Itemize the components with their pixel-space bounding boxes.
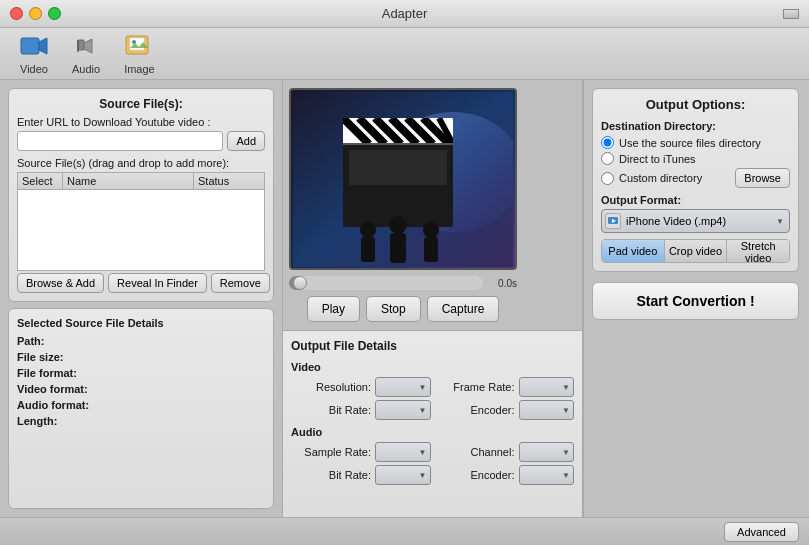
minimize-button[interactable] bbox=[29, 7, 42, 20]
audio-bitrate-select-wrapper[interactable] bbox=[375, 465, 431, 485]
capture-button[interactable]: Capture bbox=[427, 296, 500, 322]
svg-point-24 bbox=[389, 216, 407, 234]
samplerate-select-wrapper[interactable] bbox=[375, 442, 431, 462]
output-file-details: Output File Details Video Resolution: Fr… bbox=[283, 330, 582, 517]
col-name: Name bbox=[63, 173, 194, 189]
col-select: Select bbox=[18, 173, 63, 189]
video-icon bbox=[20, 32, 48, 60]
svg-rect-27 bbox=[424, 237, 438, 262]
videoformat-label: Video format: bbox=[17, 383, 88, 395]
app-title: Adapter bbox=[382, 6, 428, 21]
radio-source: Use the source files directory bbox=[601, 136, 790, 149]
time-label: 0.0s bbox=[487, 278, 517, 289]
crop-video-button[interactable]: Crop video bbox=[665, 240, 728, 262]
radio-itunes-input[interactable] bbox=[601, 152, 614, 165]
radio-itunes: Direct to iTunes bbox=[601, 152, 790, 165]
audio-bitrate-select[interactable] bbox=[375, 465, 431, 485]
audioformat-label: Audio format: bbox=[17, 399, 89, 411]
svg-point-26 bbox=[423, 222, 439, 238]
url-label: Enter URL to Download Youtube video : bbox=[17, 116, 265, 128]
video-encoder-select[interactable] bbox=[519, 400, 575, 420]
channel-select[interactable] bbox=[519, 442, 575, 462]
channel-label: Channel: bbox=[435, 446, 515, 458]
audio-encoder-select-wrapper[interactable] bbox=[519, 465, 575, 485]
url-input[interactable] bbox=[17, 131, 223, 151]
radio-source-label: Use the source files directory bbox=[619, 137, 761, 149]
samplerate-label: Sample Rate: bbox=[291, 446, 371, 458]
bottom-bar: Advanced bbox=[0, 517, 809, 545]
resolution-select[interactable] bbox=[375, 377, 431, 397]
file-list-body[interactable] bbox=[18, 190, 264, 270]
titlebar: Adapter bbox=[0, 0, 809, 28]
preview-image bbox=[293, 92, 513, 267]
audio-bitrate-label: Bit Rate: bbox=[291, 469, 371, 481]
radio-source-input[interactable] bbox=[601, 136, 614, 149]
video-preview bbox=[289, 88, 517, 270]
video-bitrate-select-wrapper[interactable] bbox=[375, 400, 431, 420]
video-section-label: Video bbox=[291, 361, 574, 373]
maximize-button[interactable] bbox=[48, 7, 61, 20]
fit-buttons: Pad video Crop video Stretch video bbox=[601, 239, 790, 263]
file-list-label: Source File(s) (drag and drop to add mor… bbox=[17, 157, 265, 169]
start-conversion-button[interactable]: Start Convertion ! bbox=[592, 282, 799, 320]
framerate-label: Frame Rate: bbox=[435, 381, 515, 393]
samplerate-select[interactable] bbox=[375, 442, 431, 462]
stop-button[interactable]: Stop bbox=[366, 296, 421, 322]
col-status: Status bbox=[194, 173, 264, 189]
toolbar-item-image[interactable]: Image bbox=[114, 28, 165, 79]
framerate-select-wrapper[interactable] bbox=[519, 377, 575, 397]
action-buttons: Browse & Add Reveal In Finder Remove bbox=[17, 273, 265, 293]
window-controls[interactable] bbox=[10, 7, 61, 20]
resolution-select-wrapper[interactable] bbox=[375, 377, 431, 397]
svg-rect-0 bbox=[21, 38, 39, 54]
svg-rect-23 bbox=[361, 237, 375, 262]
image-label: Image bbox=[124, 63, 155, 75]
length-label: Length: bbox=[17, 415, 57, 427]
format-label: Output Format: bbox=[601, 194, 790, 206]
source-title: Source File(s): bbox=[17, 97, 265, 111]
audio-encoder-label: Encoder: bbox=[435, 469, 515, 481]
pad-video-button[interactable]: Pad video bbox=[602, 240, 665, 262]
toolbar: Video Audio Image bbox=[0, 28, 809, 80]
collapse-button[interactable] bbox=[783, 9, 799, 19]
playback-buttons: Play Stop Capture bbox=[307, 296, 500, 322]
output-options: Output Options: Destination Directory: U… bbox=[592, 88, 799, 272]
toolbar-item-audio[interactable]: Audio bbox=[62, 28, 110, 79]
svg-rect-21 bbox=[349, 150, 447, 185]
filesize-label: File size: bbox=[17, 351, 63, 363]
audio-settings-grid: Sample Rate: Channel: Bit Rate: Encoder: bbox=[291, 442, 574, 485]
toolbar-item-video[interactable]: Video bbox=[10, 28, 58, 79]
radio-custom-label: Custom directory bbox=[619, 172, 702, 184]
output-options-title: Output Options: bbox=[601, 97, 790, 112]
svg-rect-2 bbox=[78, 40, 84, 50]
stretch-video-button[interactable]: Stretch video bbox=[727, 240, 789, 262]
file-table-header: Select Name Status bbox=[18, 173, 264, 190]
remove-button[interactable]: Remove bbox=[211, 273, 270, 293]
browse-add-button[interactable]: Browse & Add bbox=[17, 273, 104, 293]
play-button[interactable]: Play bbox=[307, 296, 360, 322]
fileformat-label: File format: bbox=[17, 367, 77, 379]
advanced-button[interactable]: Advanced bbox=[724, 522, 799, 542]
svg-point-22 bbox=[360, 222, 376, 238]
video-encoder-select-wrapper[interactable] bbox=[519, 400, 575, 420]
framerate-select[interactable] bbox=[519, 377, 575, 397]
video-settings-grid: Resolution: Frame Rate: Bit Rate: Encode… bbox=[291, 377, 574, 420]
format-select-wrapper[interactable]: iPhone Video (.mp4) MP4 AVI MOV bbox=[601, 209, 790, 233]
close-button[interactable] bbox=[10, 7, 23, 20]
scrubber[interactable] bbox=[289, 276, 483, 290]
svg-marker-1 bbox=[39, 38, 47, 54]
right-panel: Output Options: Destination Directory: U… bbox=[583, 80, 807, 517]
channel-select-wrapper[interactable] bbox=[519, 442, 575, 462]
video-bitrate-select[interactable] bbox=[375, 400, 431, 420]
radio-custom-input[interactable] bbox=[601, 172, 614, 185]
file-table-container: Select Name Status bbox=[17, 172, 265, 271]
format-select[interactable]: iPhone Video (.mp4) MP4 AVI MOV bbox=[601, 209, 790, 233]
add-url-button[interactable]: Add bbox=[227, 131, 265, 151]
middle-panel: 0.0s Play Stop Capture bbox=[283, 80, 523, 330]
radio-custom: Custom directory Browse bbox=[601, 168, 790, 188]
custom-dir-browse-button[interactable]: Browse bbox=[735, 168, 790, 188]
reveal-in-finder-button[interactable]: Reveal In Finder bbox=[108, 273, 207, 293]
video-label: Video bbox=[20, 63, 48, 75]
radio-itunes-label: Direct to iTunes bbox=[619, 153, 696, 165]
audio-encoder-select[interactable] bbox=[519, 465, 575, 485]
